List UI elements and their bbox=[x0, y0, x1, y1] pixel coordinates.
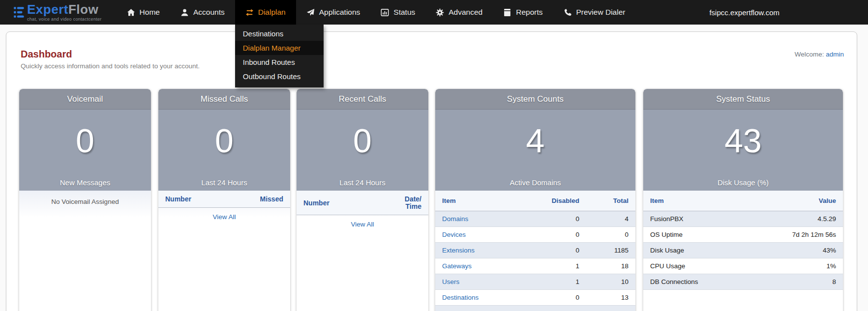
user-icon bbox=[180, 8, 189, 17]
table-row: Extensions01185 bbox=[435, 243, 635, 258]
column-disabled: Disabled bbox=[545, 191, 586, 211]
hero-caption: Active Domains bbox=[435, 178, 635, 187]
hero-caption: Disk Usage (%) bbox=[643, 178, 843, 187]
table-row: Devices00 bbox=[435, 227, 635, 243]
item-value: 43% bbox=[764, 243, 843, 258]
card-body: Number Date/ Time View All bbox=[297, 191, 428, 311]
table-row: Destinations013 bbox=[435, 290, 635, 306]
nav-item-reports[interactable]: Reports bbox=[493, 0, 553, 25]
hero-count: 4 bbox=[526, 122, 545, 159]
column-number: Number bbox=[303, 199, 329, 207]
nav-item-label: Applications bbox=[319, 8, 360, 17]
nav-item-home[interactable]: Home bbox=[117, 0, 170, 25]
card-body: Number Missed View All bbox=[158, 191, 290, 311]
item-label: OS Uptime bbox=[643, 227, 764, 243]
item-value: 0 bbox=[545, 306, 586, 311]
dropdown-item-inbound-routes[interactable]: Inbound Routes bbox=[235, 55, 324, 69]
column-item: Item bbox=[643, 191, 764, 211]
home-icon bbox=[127, 8, 135, 17]
hero-caption: Last 24 Hours bbox=[158, 178, 290, 187]
expertflow-logo-icon bbox=[14, 6, 25, 19]
item-link[interactable]: Devices bbox=[442, 231, 466, 238]
nav-item-label: Reports bbox=[516, 8, 542, 17]
table-row: CPU Usage1% bbox=[643, 258, 843, 274]
table-row: Disk Usage43% bbox=[643, 243, 843, 258]
card-title: Missed Calls bbox=[158, 89, 290, 110]
welcome-label: Welcome: bbox=[795, 51, 824, 58]
card-recent-calls: Recent Calls 0 Last 24 Hours Number Date… bbox=[297, 89, 428, 311]
card-title: System Counts bbox=[435, 89, 635, 110]
voicemail-empty-text: No Voicemail Assigned bbox=[19, 191, 151, 205]
item-value: 1 bbox=[545, 258, 586, 274]
table-row: DB Connections8 bbox=[643, 274, 843, 290]
card-voicemail: Voicemail 0 New Messages No Voicemail As… bbox=[19, 89, 151, 311]
nav-item-label: Dialplan bbox=[258, 8, 286, 17]
nav-item-dialplan[interactable]: Dialplan bbox=[235, 0, 296, 25]
page-title: Dashboard bbox=[21, 49, 843, 59]
brand-logo[interactable]: ExpertFlow chat, voice and video contact… bbox=[14, 3, 102, 22]
hero-count: 0 bbox=[353, 122, 372, 159]
item-link[interactable]: Users bbox=[442, 278, 459, 285]
item-value: 1 bbox=[545, 274, 586, 290]
recent-calls-table-header: Number Date/ Time bbox=[297, 191, 428, 215]
column-number: Number bbox=[165, 195, 191, 203]
nav-item-label: Home bbox=[140, 8, 160, 17]
card-hero: 43 Disk Usage (%) bbox=[643, 110, 843, 191]
item-label: Disk Usage bbox=[643, 243, 764, 258]
nav-item-advanced[interactable]: Advanced bbox=[425, 0, 493, 25]
view-all-link[interactable]: View All bbox=[212, 213, 236, 221]
card-hero: 0 Last 24 Hours bbox=[297, 110, 428, 191]
column-item: Item bbox=[435, 191, 545, 211]
domain-label: fsipcc.expertflow.com bbox=[709, 8, 779, 17]
item-link[interactable]: Domains bbox=[442, 215, 468, 223]
nav-item-label: Advanced bbox=[449, 8, 482, 17]
hero-count: 43 bbox=[724, 122, 762, 159]
item-value: 0 bbox=[545, 211, 586, 227]
card-system-counts: System Counts 4 Active Domains Item Disa… bbox=[435, 89, 635, 311]
item-value: 10 bbox=[586, 274, 635, 290]
item-value: 0 bbox=[545, 227, 586, 243]
item-value: 4.5.29 bbox=[764, 211, 843, 227]
dropdown-item-outbound-routes[interactable]: Outbound Routes bbox=[235, 69, 324, 84]
column-value: Value bbox=[764, 191, 843, 211]
item-link[interactable]: Extensions bbox=[442, 247, 475, 254]
card-system-status: System Status 43 Disk Usage (%) Item Val… bbox=[643, 89, 843, 311]
swap-arrows-icon bbox=[245, 8, 254, 17]
page-subtitle: Quickly access information and tools rel… bbox=[21, 62, 843, 70]
page-header: Dashboard Quickly access information and… bbox=[6, 32, 857, 70]
card-hero: 0 New Messages bbox=[19, 110, 151, 191]
hero-count: 0 bbox=[215, 122, 234, 159]
item-link[interactable]: Gateways bbox=[442, 262, 472, 270]
item-value: 1185 bbox=[586, 243, 635, 258]
nav-item-preview-dialer[interactable]: Preview Dialer bbox=[553, 0, 636, 25]
nav-item-accounts[interactable]: Accounts bbox=[170, 0, 235, 25]
brand-tagline: chat, voice and video contactcenter bbox=[27, 17, 102, 22]
nav-item-status[interactable]: Status bbox=[370, 0, 425, 25]
dropdown-item-dialplan-manager[interactable]: Dialplan Manager bbox=[235, 41, 324, 55]
item-value: 0 bbox=[545, 243, 586, 258]
column-missed: Missed bbox=[260, 195, 283, 203]
table-row: CC Queues012 bbox=[435, 306, 635, 311]
nav-item-label: Status bbox=[393, 8, 415, 17]
welcome-user-link[interactable]: admin bbox=[826, 51, 844, 58]
gear-icon bbox=[436, 8, 444, 17]
nav-item-applications[interactable]: Applications bbox=[296, 0, 371, 25]
card-title: System Status bbox=[643, 89, 843, 110]
card-title: Recent Calls bbox=[297, 89, 428, 110]
card-body: Item Disabled Total Domains04Devices00Ex… bbox=[435, 191, 635, 311]
table-row: Domains04 bbox=[435, 211, 635, 227]
item-link[interactable]: Destinations bbox=[442, 294, 479, 301]
dropdown-item-destinations[interactable]: Destinations bbox=[235, 27, 324, 41]
item-value: 7d 2h 12m 56s bbox=[764, 227, 843, 243]
table-row: OS Uptime7d 2h 12m 56s bbox=[643, 227, 843, 243]
item-value: 4 bbox=[586, 211, 635, 227]
table-row: FusionPBX4.5.29 bbox=[643, 211, 843, 227]
card-title: Voicemail bbox=[19, 89, 151, 110]
item-value: 8 bbox=[764, 274, 843, 290]
nav-item-label: Preview Dialer bbox=[576, 8, 626, 17]
nav-menu: Home Accounts Dialplan Destinations Dial… bbox=[117, 0, 636, 25]
item-value: 18 bbox=[586, 258, 635, 274]
phone-icon bbox=[564, 8, 572, 17]
brand-name: ExpertFlow bbox=[27, 3, 102, 16]
view-all-link[interactable]: View All bbox=[351, 221, 374, 228]
